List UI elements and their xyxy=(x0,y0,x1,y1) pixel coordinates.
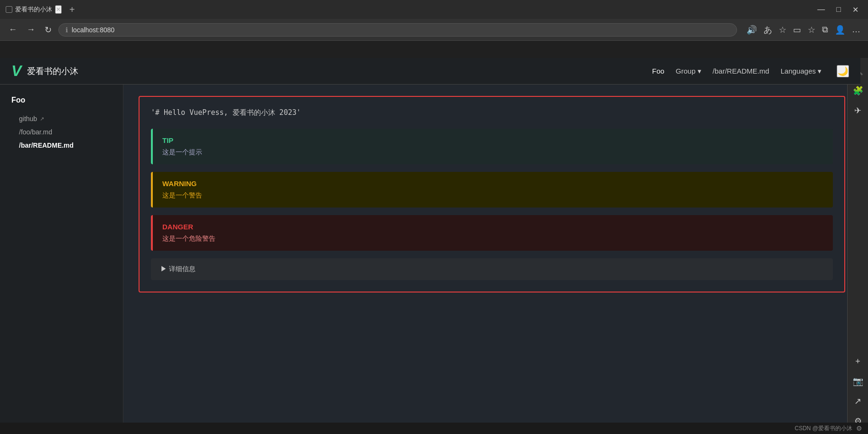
address-bar[interactable]: ℹ localhost:8080 xyxy=(58,23,737,37)
callout-danger-text: 这是一个危险警告 xyxy=(162,235,823,243)
refresh-button[interactable]: ↻ xyxy=(42,23,55,37)
nav-current-path[interactable]: /bar/README.md xyxy=(713,67,769,75)
split-screen-button[interactable]: ⧉ xyxy=(820,23,830,37)
bottom-gear-icon[interactable]: ⚙ xyxy=(856,425,862,432)
callout-danger: DANGER 这是一个危险警告 xyxy=(151,215,833,251)
intro-line: '# Hello VuePress, 爱看书的小沐 2023' xyxy=(151,108,833,117)
callout-warning: WARNING 这是一个警告 xyxy=(151,172,833,208)
nav-languages-label: Languages xyxy=(781,67,816,75)
nav-group-dropdown[interactable]: Group ▾ xyxy=(676,67,701,75)
camera-sidebar-button[interactable]: 📷 xyxy=(849,372,867,390)
main-content: '# Hello VuePress, 爱看书的小沐 2023' TIP 这是一个… xyxy=(123,85,860,434)
callout-tip-text: 这是一个提示 xyxy=(162,148,823,157)
sidebar-foo-bar-label: /foo/bar.md xyxy=(19,128,52,136)
callout-danger-title: DANGER xyxy=(162,223,823,231)
details-section: ▶ 详细信息 xyxy=(151,258,833,280)
navigation-bar: ← → ↻ ℹ localhost:8080 🔊 あ ☆ ▭ ☆ ⧉ 👤 … xyxy=(0,19,868,41)
immersive-reader-button[interactable]: ▭ xyxy=(791,23,803,37)
url-text: localhost:8080 xyxy=(72,26,114,34)
app-logo: V 爱看书的小沐 xyxy=(11,62,78,80)
sidebar-item-foo-bar[interactable]: /foo/bar.md xyxy=(8,125,115,139)
favorites-button[interactable]: ☆ xyxy=(777,23,788,37)
bottom-text: CSDN @爱看书的小沐 xyxy=(794,425,852,433)
nav-languages-dropdown[interactable]: Languages ▾ xyxy=(781,67,821,75)
back-button[interactable]: ← xyxy=(6,23,20,37)
minimize-button[interactable]: — xyxy=(813,3,829,16)
link-sidebar-button[interactable]: ↗ xyxy=(850,392,865,410)
details-label: ▶ 详细信息 xyxy=(160,265,196,274)
nav-foo[interactable]: Foo xyxy=(652,67,664,75)
sidebar-item-bar-readme[interactable]: /bar/README.md xyxy=(8,139,115,152)
maximize-button[interactable]: □ xyxy=(832,3,845,16)
tab-close-button[interactable]: ✕ xyxy=(55,5,62,14)
details-summary[interactable]: ▶ 详细信息 xyxy=(160,265,823,274)
dark-mode-toggle[interactable]: 🌙 xyxy=(837,65,849,77)
nav-group-label: Group xyxy=(676,67,696,75)
sidebar-section-title: Foo xyxy=(8,94,115,106)
profile-button[interactable]: 👤 xyxy=(833,23,847,37)
title-bar: 爱看书的小沐 ✕ + — □ ✕ xyxy=(0,0,868,19)
page-layout: Foo github ↗ /foo/bar.md /bar/README.md … xyxy=(0,85,860,434)
content-box: '# Hello VuePress, 爱看书的小沐 2023' TIP 这是一个… xyxy=(139,96,845,292)
bottom-bar: CSDN @爱看书的小沐 ⚙ xyxy=(0,423,868,434)
translate-button[interactable]: あ xyxy=(762,22,774,38)
callout-tip-title: TIP xyxy=(162,136,823,144)
tab-icon xyxy=(6,6,12,13)
more-button[interactable]: … xyxy=(850,23,862,37)
right-panel: 🔍 🧩 ✈ + 📷 ↗ ⚙ xyxy=(847,58,868,434)
header-navigation: Foo Group ▾ /bar/README.md Languages ▾ 🌙 xyxy=(652,65,849,77)
sidebar-github-label: github xyxy=(19,115,37,123)
logo-icon: V xyxy=(11,62,21,80)
nav-languages-arrow: ▾ xyxy=(818,67,821,75)
callout-tip: TIP 这是一个提示 xyxy=(151,129,833,164)
tab-title: 爱看书的小沐 xyxy=(15,5,52,14)
read-aloud-button[interactable]: 🔊 xyxy=(745,23,759,37)
app-header: V 爱看书的小沐 Foo Group ▾ /bar/README.md Lang… xyxy=(0,58,860,85)
sidebar-bar-readme-label: /bar/README.md xyxy=(19,142,74,149)
sidebar: Foo github ↗ /foo/bar.md /bar/README.md xyxy=(0,85,123,434)
close-button[interactable]: ✕ xyxy=(849,3,862,16)
nav-group-arrow: ▾ xyxy=(698,67,701,75)
send-button[interactable]: ✈ xyxy=(850,102,865,120)
callout-warning-text: 这是一个警告 xyxy=(162,191,823,200)
external-link-icon: ↗ xyxy=(40,116,44,122)
callout-warning-title: WARNING xyxy=(162,179,823,188)
collections-button[interactable]: ☆ xyxy=(806,23,817,37)
new-tab-button[interactable]: + xyxy=(65,2,79,17)
app-title: 爱看书的小沐 xyxy=(27,66,78,77)
add-sidebar-button[interactable]: + xyxy=(851,353,864,370)
forward-button[interactable]: → xyxy=(24,23,38,37)
sidebar-item-github[interactable]: github ↗ xyxy=(8,112,115,125)
